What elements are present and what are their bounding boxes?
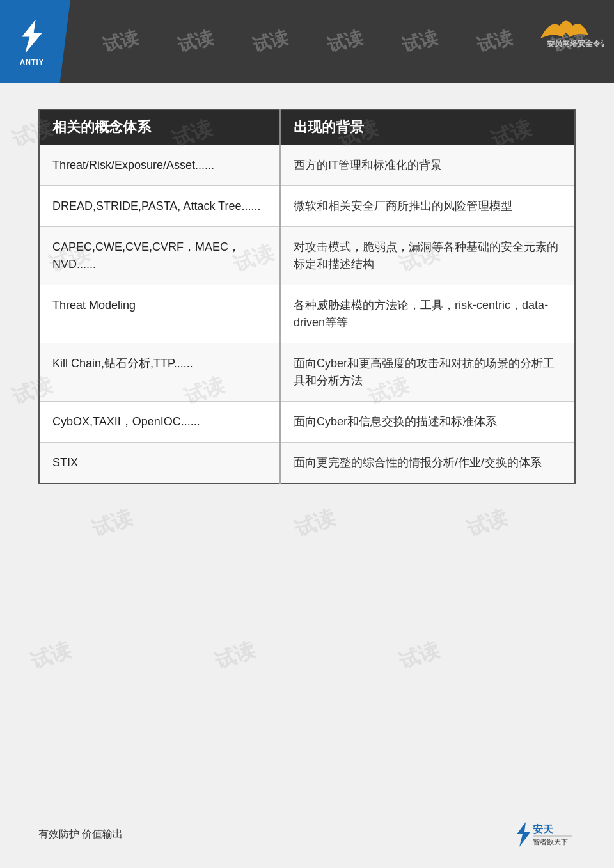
header-watermark-5: 试读 bbox=[400, 25, 441, 58]
footer-logo-svg: 安天 智者数天下 bbox=[512, 820, 576, 849]
concept-cell: STIX bbox=[39, 443, 280, 484]
concept-cell: DREAD,STRIDE,PASTA, Attack Tree...... bbox=[39, 186, 280, 227]
main-content: 试读 试读 试读 试读 试读 试读 试读 试读 试读 试读 试读 试读 试读 试… bbox=[0, 83, 614, 819]
table-row: Threat/Risk/Exposure/Asset......西方的IT管理和… bbox=[39, 145, 575, 186]
page-wm-15: 试读 bbox=[211, 636, 259, 676]
logo-area: ANTIY bbox=[0, 0, 70, 83]
header-watermark-6: 试读 bbox=[475, 25, 516, 58]
antiy-logo-icon bbox=[13, 17, 51, 56]
table-header-row: 相关的概念体系 出现的背景 bbox=[39, 109, 575, 145]
background-cell: 面向Cyber和更高强度的攻击和对抗的场景的分析工具和分析方法 bbox=[280, 343, 575, 402]
footer-logo: 安天 智者数天下 bbox=[512, 820, 576, 849]
svg-marker-2 bbox=[517, 822, 531, 847]
table-row: Kill Chain,钻石分析,TTP......面向Cyber和更高强度的攻击… bbox=[39, 343, 575, 402]
page-wm-13: 试读 bbox=[463, 503, 511, 544]
page-wm-12: 试读 bbox=[291, 503, 339, 544]
footer-tagline: 有效防护 价值输出 bbox=[38, 828, 123, 841]
corner-logo: 委员网络安全令训营第四期 bbox=[531, 6, 608, 58]
page-wm-16: 试读 bbox=[395, 636, 443, 676]
background-cell: 各种威胁建模的方法论，工具，risk-centric，data-driven等等 bbox=[280, 285, 575, 343]
header: ANTIY 试读 试读 试读 试读 试读 试读 试读 委员网络安全令训营第四期 bbox=[0, 0, 614, 83]
corner-logo-main: 委员网络安全令训营第四期 bbox=[534, 13, 604, 52]
col1-header: 相关的概念体系 bbox=[39, 109, 280, 145]
table-row: CAPEC,CWE,CVE,CVRF，MAEC，NVD......对攻击模式，脆… bbox=[39, 227, 575, 285]
concept-cell: Kill Chain,钻石分析,TTP...... bbox=[39, 343, 280, 402]
background-cell: 面向更完整的综合性的情报分析/作业/交换的体系 bbox=[280, 443, 575, 484]
background-cell: 面向Cyber和信息交换的描述和标准体系 bbox=[280, 402, 575, 443]
table-row: STIX面向更完整的综合性的情报分析/作业/交换的体系 bbox=[39, 443, 575, 484]
header-watermark-4: 试读 bbox=[325, 25, 366, 58]
page-wm-14: 试读 bbox=[27, 636, 75, 676]
concept-cell: Threat Modeling bbox=[39, 285, 280, 343]
svg-text:安天: 安天 bbox=[532, 823, 554, 835]
header-watermark-2: 试读 bbox=[175, 25, 216, 58]
header-watermark-1: 试读 bbox=[100, 25, 141, 58]
concept-cell: CAPEC,CWE,CVE,CVRF，MAEC，NVD...... bbox=[39, 227, 280, 285]
table-row: DREAD,STRIDE,PASTA, Attack Tree......微软和… bbox=[39, 186, 575, 227]
header-watermark-3: 试读 bbox=[250, 25, 291, 58]
svg-marker-0 bbox=[22, 20, 42, 52]
background-cell: 微软和相关安全厂商所推出的风险管理模型 bbox=[280, 186, 575, 227]
concept-table: 相关的概念体系 出现的背景 Threat/Risk/Exposure/Asset… bbox=[38, 109, 576, 484]
concept-cell: Threat/Risk/Exposure/Asset...... bbox=[39, 145, 280, 186]
logo-text: ANTIY bbox=[20, 58, 44, 66]
svg-text:智者数天下: 智者数天下 bbox=[533, 838, 568, 846]
svg-text:委员网络安全令训营第四期: 委员网络安全令训营第四期 bbox=[546, 39, 604, 48]
corner-logo-svg: 委员网络安全令训营第四期 bbox=[534, 13, 604, 48]
background-cell: 西方的IT管理和标准化的背景 bbox=[280, 145, 575, 186]
table-row: CybOX,TAXII，OpenIOC......面向Cyber和信息交换的描述… bbox=[39, 402, 575, 443]
concept-cell: CybOX,TAXII，OpenIOC...... bbox=[39, 402, 280, 443]
footer: 有效防护 价值输出 安天 智者数天下 bbox=[0, 820, 614, 849]
col2-header: 出现的背景 bbox=[280, 109, 575, 145]
table-row: Threat Modeling各种威胁建模的方法论，工具，risk-centri… bbox=[39, 285, 575, 343]
page-wm-11: 试读 bbox=[88, 503, 136, 544]
background-cell: 对攻击模式，脆弱点，漏洞等各种基础的安全元素的标定和描述结构 bbox=[280, 227, 575, 285]
